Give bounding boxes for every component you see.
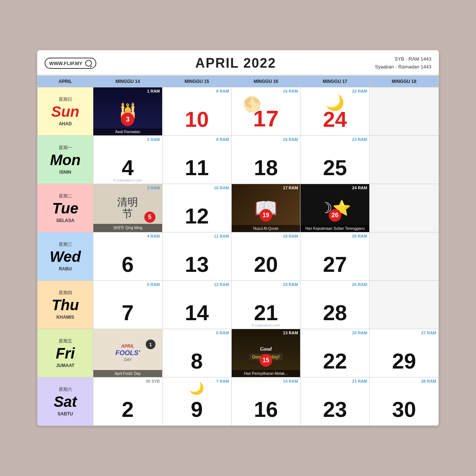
cell-apr10[interactable]: 8 RAM 10 — [163, 87, 232, 136]
cell-apr1-num-badge: 1 — [146, 340, 155, 349]
cell-apr23[interactable]: 21 RAM 23 — [300, 377, 370, 426]
saturday-eng: Sat — [54, 394, 77, 409]
cell-apr10-ram: 8 RAM — [216, 89, 229, 93]
cell-apr2-date: 2 — [122, 399, 134, 420]
cell-apr6-ram: 4 RAM — [147, 234, 160, 238]
cell-apr3-ram: 1 RAM — [147, 89, 160, 93]
cell-apr24[interactable]: 22 RAM 🌙 24 — [300, 87, 370, 136]
cell-apr15-event: Hari Perisytiharan Melak... — [232, 370, 300, 377]
cell-apr7-ram: 5 RAM — [147, 282, 160, 287]
cell-apr12-ram: 10 RAM — [214, 186, 229, 190]
cell-apr14-date: 14 — [185, 302, 209, 324]
cell-apr25[interactable]: 23 RAM 25 — [300, 136, 370, 184]
cell-apr11[interactable]: 9 RAM 11 — [163, 136, 232, 184]
cell-apr9[interactable]: 7 RAM 🌙 9 — [163, 377, 232, 426]
sunday-eng: Sun — [51, 104, 80, 119]
cell-apr25-ram: 23 RAM — [352, 137, 367, 142]
cell-apr5[interactable]: 清明节 3 RAM 5 清明节 Qing Ming — [93, 184, 163, 232]
cell-apr13-date: 13 — [185, 254, 209, 275]
col-header-w18: MINGGU 18 — [370, 76, 439, 87]
cell-apr26-num: 26 — [329, 209, 341, 222]
cell-apr4-ram: 2 RAM — [147, 137, 160, 142]
cell-apr17-date: 17 — [253, 107, 279, 130]
row-tuesday: 星期二 Tue SELASA — [38, 184, 93, 232]
cell-apr3[interactable]: 🕌 3 1 RAM Awal Ramadan — [93, 87, 163, 136]
thursday-malay: KHAMIS — [57, 315, 74, 320]
cell-apr30[interactable]: 28 RAM 30 — [370, 377, 439, 426]
monday-chinese: 星期一 — [59, 145, 72, 151]
cell-apr13-ram: 11 RAM — [214, 234, 229, 238]
cell-apr21-ram: 19 RAM — [283, 282, 298, 287]
col-header-w14: MINGGU 14 — [93, 76, 163, 87]
cell-apr19-event: Nuzul Al-Quran — [232, 225, 300, 232]
cell-apr7[interactable]: 5 RAM 7 — [93, 281, 163, 329]
cell-apr16-ram: 14 RAM — [283, 379, 298, 383]
calendar-grid: APRIL MINGGU 14 MINGGU 15 MINGGU 16 MING… — [37, 75, 439, 426]
cell-apr4-date: 4 — [122, 157, 134, 178]
saturday-malay: SABTU — [58, 411, 73, 416]
cell-apr9-date: 9 — [191, 399, 203, 420]
tuesday-eng: Tue — [52, 201, 78, 216]
cell-apr7-date: 7 — [122, 302, 134, 324]
cell-apr14-ram: 12 RAM — [214, 282, 229, 287]
cell-apr26[interactable]: ☽⭐ 24 RAM 26 Hari Keputeraan Sultan Tere… — [300, 184, 370, 232]
col-header-april: APRIL — [38, 76, 93, 87]
cell-apr20-ram: 18 RAM — [283, 234, 298, 238]
monday-eng: Mon — [50, 152, 80, 167]
cell-apr29-date: 29 — [392, 350, 416, 372]
cell-apr27[interactable]: 25 RAM 27 — [300, 232, 370, 281]
cell-apr8[interactable]: 6 RAM 8 — [163, 329, 232, 377]
cell-apr15-ram: 13 RAM — [283, 331, 298, 335]
friday-malay: JUMAAT — [56, 363, 74, 368]
cell-apr4[interactable]: 2 RAM 4 © Calendar2U.com — [93, 136, 163, 184]
cell-apr13[interactable]: 11 RAM 13 — [163, 232, 232, 281]
cell-apr15[interactable]: Good Good Friday! 13 RAM 15 Hari Perisyt… — [232, 329, 301, 377]
cell-apr18[interactable]: 16 RAM 18 — [232, 136, 301, 184]
thursday-chinese: 星期四 — [59, 290, 72, 296]
cell-apr24-date: 24 — [323, 109, 347, 130]
calendar-header: WWW.FLIP.MY APRIL 2022 SYB - RAM 1443 Sy… — [37, 50, 439, 75]
row-wednesday: 星期三 Wed RABU — [38, 232, 93, 281]
cell-apr24-ram: 22 RAM — [352, 89, 367, 93]
cell-apr15-num: 15 — [260, 354, 272, 367]
cell-apr20[interactable]: 18 RAM 20 — [232, 232, 301, 281]
col-header-w17: MINGGU 17 — [300, 76, 370, 87]
cell-empty-thu — [370, 281, 439, 329]
hijri-info: SYB - RAM 1443 Syaaban - Ramadan 1443 — [375, 55, 431, 71]
cell-apr2-syb: 30 SYB — [146, 379, 160, 383]
cell-apr22-ram: 20 RAM — [352, 331, 367, 335]
cell-apr25-date: 25 — [323, 157, 347, 178]
cell-apr16[interactable]: 14 RAM 16 — [232, 377, 301, 426]
row-thursday: 星期四 Thu KHAMIS — [38, 281, 93, 329]
cell-empty-mon — [370, 136, 439, 184]
cell-apr6[interactable]: 4 RAM 6 — [93, 232, 163, 281]
cell-apr27-ram: 25 RAM — [352, 234, 367, 238]
col-header-w15: MINGGU 15 — [163, 76, 232, 87]
monday-malay: ISNIN — [59, 170, 71, 175]
cell-copyright2: © Calendar2U.com — [232, 324, 300, 327]
cell-apr22[interactable]: 20 RAM 22 — [300, 329, 370, 377]
month-title: APRIL 2022 — [195, 55, 276, 71]
sunday-malay: AHAD — [59, 121, 72, 126]
cell-apr8-ram: 6 RAM — [216, 331, 229, 335]
cell-apr1[interactable]: 29 SYB APRILFOOLS'DAY 1 April Fools' Day — [93, 329, 163, 377]
cell-apr20-date: 20 — [254, 254, 278, 275]
website-logo[interactable]: WWW.FLIP.MY — [45, 58, 96, 69]
cell-apr28[interactable]: 26 RAM 28 — [300, 281, 370, 329]
cell-apr5-ram: 3 RAM — [147, 186, 160, 190]
cell-apr14[interactable]: 12 RAM 14 — [163, 281, 232, 329]
cell-apr10-date: 10 — [185, 109, 209, 130]
cell-apr29[interactable]: 27 RAM 29 — [370, 329, 439, 377]
search-icon[interactable] — [85, 60, 92, 67]
cell-apr19[interactable]: 📖 17 RAM 19 Nuzul Al-Quran — [232, 184, 301, 232]
cell-apr18-date: 18 — [254, 157, 278, 178]
tuesday-chinese: 星期二 — [59, 193, 72, 199]
friday-chinese: 星期五 — [59, 338, 72, 344]
cell-apr26-ram: 24 RAM — [352, 186, 367, 190]
cell-apr2[interactable]: 30 SYB 2 — [93, 377, 163, 426]
cell-apr12[interactable]: 10 RAM 12 — [163, 184, 232, 232]
cell-apr21[interactable]: 19 RAM 21 © Calendar2U.com — [232, 281, 301, 329]
cell-apr11-ram: 9 RAM — [216, 137, 229, 142]
cell-apr17[interactable]: 15 RAM 🌕 17 — [232, 87, 301, 136]
cell-apr3-event: Awal Ramadan — [93, 128, 162, 135]
